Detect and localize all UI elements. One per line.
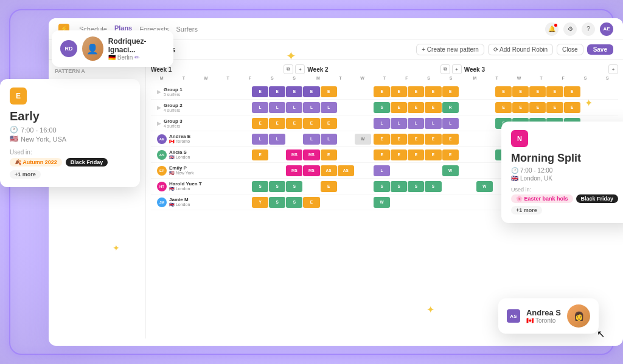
shift-cell[interactable]: E bbox=[546, 86, 563, 97]
shift-cell[interactable]: E bbox=[546, 102, 563, 113]
edit-icon[interactable]: ✏ bbox=[134, 54, 139, 61]
shift-cell[interactable]: E bbox=[269, 118, 285, 129]
week1-copy-button[interactable]: ⧉ bbox=[284, 64, 293, 74]
week3-add-button[interactable]: + bbox=[608, 64, 618, 74]
shift-cell[interactable] bbox=[338, 181, 354, 192]
shift-cell[interactable]: MS bbox=[286, 149, 302, 160]
shift-cell[interactable] bbox=[476, 197, 493, 208]
shift-cell[interactable] bbox=[355, 165, 371, 176]
shift-cell[interactable] bbox=[476, 134, 493, 145]
week1-add-button[interactable]: + bbox=[295, 64, 305, 74]
shift-cell[interactable]: E bbox=[425, 102, 441, 113]
shift-cell[interactable] bbox=[338, 102, 354, 113]
shift-cell[interactable] bbox=[581, 86, 597, 97]
shift-cell[interactable] bbox=[476, 149, 493, 160]
shift-cell[interactable]: S bbox=[391, 181, 407, 192]
shift-cell[interactable]: E bbox=[321, 118, 337, 129]
shift-cell[interactable]: L bbox=[269, 102, 285, 113]
shift-cell[interactable] bbox=[459, 118, 476, 129]
shift-cell[interactable] bbox=[425, 165, 441, 176]
shift-cell[interactable]: W bbox=[476, 181, 493, 192]
shift-cell[interactable] bbox=[476, 86, 493, 97]
shift-cell[interactable] bbox=[459, 181, 476, 192]
week2-copy-button[interactable]: ⧉ bbox=[440, 64, 450, 74]
shift-cell[interactable]: E bbox=[529, 86, 546, 97]
shift-cell[interactable]: E bbox=[374, 134, 390, 145]
round-robin-button[interactable]: ⟳ Add Round Robin bbox=[488, 44, 553, 55]
shift-cell[interactable]: E bbox=[252, 149, 268, 160]
shift-cell[interactable]: S bbox=[425, 181, 441, 192]
shift-cell[interactable]: E bbox=[442, 86, 459, 97]
shift-cell[interactable] bbox=[459, 134, 476, 145]
shift-cell[interactable] bbox=[286, 134, 302, 145]
shift-cell[interactable] bbox=[321, 197, 337, 208]
shift-cell[interactable]: MS bbox=[303, 165, 319, 176]
shift-cell[interactable] bbox=[303, 181, 319, 192]
shift-cell[interactable]: E bbox=[408, 149, 424, 160]
shift-cell[interactable]: E bbox=[321, 181, 337, 192]
shift-cell[interactable]: L bbox=[321, 102, 337, 113]
shift-cell[interactable]: E bbox=[252, 118, 268, 129]
shift-cell[interactable]: E bbox=[564, 86, 580, 97]
shift-cell[interactable]: E bbox=[391, 86, 407, 97]
shift-cell[interactable] bbox=[269, 165, 285, 176]
shift-cell[interactable]: W bbox=[355, 134, 371, 145]
settings-button[interactable]: ⚙ bbox=[563, 22, 577, 36]
help-button[interactable]: ? bbox=[582, 22, 595, 36]
shift-cell[interactable]: E bbox=[374, 86, 390, 97]
shift-cell[interactable]: L bbox=[374, 118, 390, 129]
shift-cell[interactable] bbox=[459, 149, 476, 160]
shift-cell[interactable]: MS bbox=[286, 165, 302, 176]
shift-cell[interactable]: L bbox=[391, 118, 407, 129]
shift-cell[interactable]: E bbox=[512, 86, 529, 97]
shift-cell[interactable] bbox=[408, 165, 424, 176]
shift-cell[interactable]: L bbox=[252, 102, 268, 113]
shift-cell[interactable] bbox=[252, 165, 268, 176]
shift-cell[interactable]: E bbox=[391, 134, 407, 145]
shift-cell[interactable]: R bbox=[442, 102, 459, 113]
shift-cell[interactable]: S bbox=[286, 197, 302, 208]
shift-cell[interactable]: L bbox=[286, 102, 302, 113]
shift-cell[interactable]: S bbox=[269, 197, 285, 208]
shift-cell[interactable] bbox=[355, 118, 371, 129]
shift-cell[interactable] bbox=[476, 102, 493, 113]
nav-surfers[interactable]: Surfers bbox=[176, 26, 198, 33]
shift-cell[interactable]: W bbox=[374, 197, 390, 208]
shift-cell[interactable]: E bbox=[286, 118, 302, 129]
expand-icon[interactable]: ▶ bbox=[157, 89, 161, 95]
shift-cell[interactable]: E bbox=[303, 86, 319, 97]
shift-cell[interactable]: S bbox=[408, 181, 424, 192]
shift-cell[interactable]: S bbox=[252, 181, 268, 192]
shift-cell[interactable]: E bbox=[442, 134, 459, 145]
shift-cell[interactable]: E bbox=[564, 102, 580, 113]
shift-cell[interactable]: L bbox=[374, 165, 390, 176]
shift-cell[interactable] bbox=[459, 102, 476, 113]
shift-cell[interactable] bbox=[338, 134, 354, 145]
shift-cell[interactable]: E bbox=[374, 149, 390, 160]
shift-cell[interactable]: AS bbox=[338, 165, 354, 176]
shift-cell[interactable]: L bbox=[303, 134, 319, 145]
shift-cell[interactable] bbox=[425, 197, 441, 208]
shift-cell[interactable] bbox=[598, 86, 614, 97]
create-pattern-button[interactable]: + Create new pattern bbox=[416, 44, 484, 55]
shift-cell[interactable] bbox=[355, 149, 371, 160]
expand-icon[interactable]: ▶ bbox=[157, 105, 161, 111]
shift-cell[interactable] bbox=[391, 165, 407, 176]
shift-cell[interactable]: E bbox=[529, 102, 546, 113]
week2-add-button[interactable]: + bbox=[452, 64, 462, 74]
shift-cell[interactable]: E bbox=[391, 102, 407, 113]
shift-cell[interactable]: E bbox=[303, 118, 319, 129]
shift-cell[interactable] bbox=[338, 149, 354, 160]
shift-cell[interactable]: L bbox=[442, 118, 459, 129]
shift-cell[interactable]: E bbox=[303, 197, 319, 208]
shift-cell[interactable] bbox=[476, 118, 493, 129]
save-button[interactable]: Save bbox=[587, 44, 613, 55]
shift-cell[interactable]: E bbox=[495, 102, 512, 113]
shift-cell[interactable] bbox=[459, 197, 476, 208]
shift-cell[interactable]: S bbox=[269, 181, 285, 192]
shift-cell[interactable]: MS bbox=[303, 149, 319, 160]
shift-cell[interactable] bbox=[442, 197, 459, 208]
shift-cell[interactable]: W bbox=[442, 165, 459, 176]
shift-cell[interactable]: E bbox=[408, 86, 424, 97]
shift-cell[interactable] bbox=[598, 102, 614, 113]
